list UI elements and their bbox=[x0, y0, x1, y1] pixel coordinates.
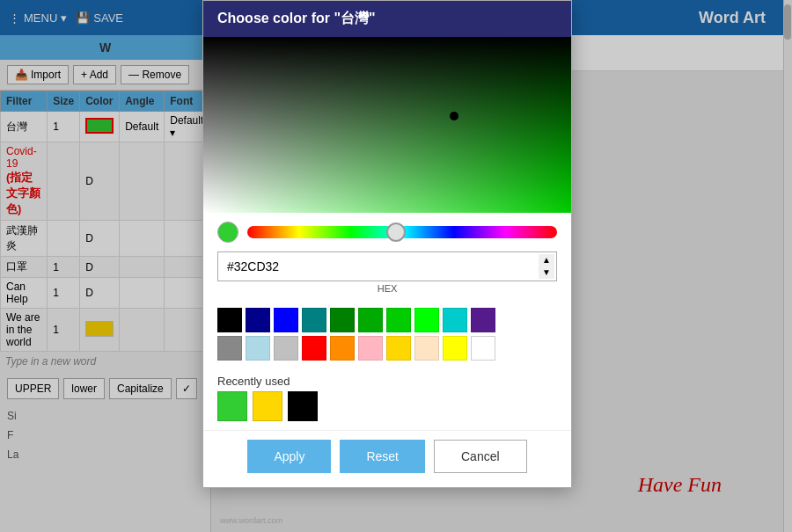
swatch[interactable] bbox=[217, 308, 242, 332]
color-picker-modal: Choose color for "台灣" ▲ ▼ HEX bbox=[202, 0, 572, 488]
swatch[interactable] bbox=[217, 336, 242, 361]
hex-label: HEX bbox=[217, 281, 557, 299]
recent-swatch[interactable] bbox=[288, 391, 318, 421]
hue-slider[interactable] bbox=[247, 226, 557, 238]
swatch[interactable] bbox=[246, 336, 270, 361]
hex-spin-down[interactable]: ▼ bbox=[539, 266, 554, 279]
swatch[interactable] bbox=[443, 336, 467, 361]
recently-used-row bbox=[203, 391, 571, 430]
cancel-button[interactable]: Cancel bbox=[434, 440, 527, 473]
swatches-row-1 bbox=[217, 308, 557, 332]
swatch[interactable] bbox=[246, 308, 270, 332]
swatch[interactable] bbox=[302, 336, 326, 361]
gradient-dot[interactable] bbox=[450, 112, 458, 120]
swatch[interactable] bbox=[386, 336, 411, 361]
swatch[interactable] bbox=[386, 308, 411, 332]
swatch[interactable] bbox=[302, 308, 326, 332]
swatch[interactable] bbox=[358, 336, 383, 361]
modal-title: Choose color for "台灣" bbox=[203, 1, 571, 37]
hex-input-wrap: ▲ ▼ bbox=[217, 251, 557, 281]
swatch[interactable] bbox=[414, 308, 439, 332]
swatch[interactable] bbox=[274, 308, 298, 332]
recently-used-label: Recently used bbox=[203, 369, 571, 391]
hex-spinners: ▲ ▼ bbox=[537, 252, 556, 281]
apply-button[interactable]: Apply bbox=[247, 440, 331, 473]
swatches-row-2 bbox=[217, 336, 557, 361]
swatch[interactable] bbox=[330, 336, 355, 361]
hex-input[interactable] bbox=[218, 254, 537, 279]
reset-button[interactable]: Reset bbox=[340, 440, 425, 473]
swatches-section bbox=[203, 302, 571, 369]
swatch[interactable] bbox=[471, 308, 495, 332]
hex-spin-up[interactable]: ▲ bbox=[539, 254, 554, 266]
swatch[interactable] bbox=[358, 308, 383, 332]
recent-swatch[interactable] bbox=[217, 391, 247, 421]
modal-footer: Apply Reset Cancel bbox=[203, 430, 571, 487]
color-gradient[interactable] bbox=[203, 37, 571, 213]
hue-row bbox=[203, 213, 571, 251]
swatch[interactable] bbox=[414, 336, 439, 361]
swatch[interactable] bbox=[274, 336, 298, 361]
hex-row: ▲ ▼ HEX bbox=[203, 251, 571, 302]
hue-color-preview bbox=[217, 222, 238, 243]
hue-slider-thumb[interactable] bbox=[386, 222, 406, 242]
swatch[interactable] bbox=[443, 308, 467, 332]
recent-swatch[interactable] bbox=[253, 391, 282, 421]
swatch[interactable] bbox=[471, 336, 495, 361]
swatch[interactable] bbox=[330, 308, 355, 332]
